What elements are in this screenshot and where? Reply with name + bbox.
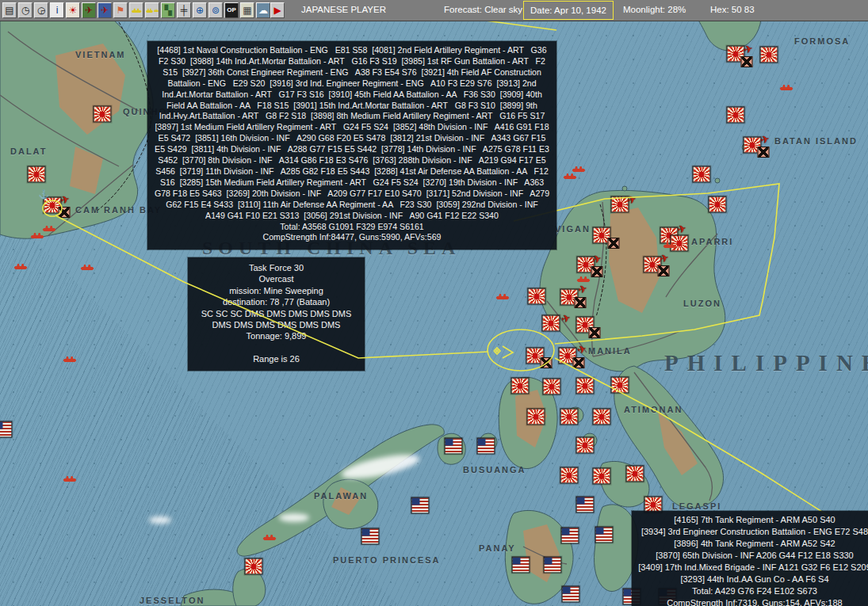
allied-unit-icon[interactable] xyxy=(544,557,562,574)
allied-unit-icon[interactable] xyxy=(445,438,463,455)
japanese-unit-icon[interactable] xyxy=(94,106,112,123)
airgroup-icon[interactable]: ✈ xyxy=(577,283,588,295)
japanese-unit-icon[interactable] xyxy=(593,409,611,425)
japanese-unit-icon[interactable] xyxy=(593,468,611,485)
japanese-unit-icon[interactable] xyxy=(511,378,530,394)
japanese-unit-icon[interactable] xyxy=(527,409,545,425)
unit-stack-tooltip-bottom: [4165] 7th Tank Regiment - ARM A50 S40 [… xyxy=(632,511,868,606)
forecast-label: Forecast: Clear sky xyxy=(444,5,522,14)
airgroup-icon[interactable]: ✈ xyxy=(591,253,602,265)
taskforce-icon[interactable] xyxy=(145,2,159,18)
base-marker-icon[interactable] xyxy=(591,266,603,277)
world-zoom-icon[interactable]: ⊚ xyxy=(208,2,223,18)
base-marker-icon[interactable] xyxy=(658,265,670,276)
allied-unit-icon[interactable] xyxy=(561,528,579,544)
allied-unit-icon[interactable] xyxy=(595,527,614,543)
airgroup-icon[interactable]: ✈ xyxy=(626,193,637,205)
taskforce-ship-icon[interactable] xyxy=(496,293,510,299)
japanese-unit-icon[interactable] xyxy=(576,437,595,454)
ruler-icon[interactable]: ▦ xyxy=(240,2,254,18)
taskforce-ship-icon[interactable] xyxy=(577,276,591,282)
unit-list: [4165] 7th Tank Regiment - ARM A50 S40 [… xyxy=(637,514,868,585)
ship-icon[interactable] xyxy=(129,2,143,18)
info-icon[interactable]: i xyxy=(50,2,64,18)
allied-unit-icon[interactable] xyxy=(477,438,495,455)
task-force-tooltip[interactable]: Task Force 30 Overcast mission: Mine Swe… xyxy=(188,257,365,371)
task-force-tonnage: Tonnage: 9,899 xyxy=(191,330,361,341)
bomber-icon[interactable]: ✈ xyxy=(98,2,112,18)
airgroup-icon[interactable]: ✈ xyxy=(59,193,71,205)
airgroup-icon[interactable]: ✈ xyxy=(759,133,770,145)
taskforce-ship-icon[interactable] xyxy=(63,475,77,482)
time-icon[interactable]: ◷ xyxy=(18,2,33,18)
orders-icon[interactable]: ▤ xyxy=(2,2,17,18)
japanese-unit-icon[interactable] xyxy=(709,196,727,213)
stack-total: Total: A429 G76 F24 E102 S673 xyxy=(637,585,868,597)
japanese-unit-icon[interactable] xyxy=(611,377,629,394)
task-force-range: Range is 26 xyxy=(191,353,361,364)
weather-icon[interactable]: ☁ xyxy=(256,2,270,18)
airgroup-icon[interactable]: ✈ xyxy=(560,312,572,324)
taskforce-ship-icon[interactable] xyxy=(43,225,56,231)
op-button[interactable]: OP xyxy=(224,2,239,18)
allied-unit-icon[interactable] xyxy=(411,497,430,514)
flag-icon[interactable]: ⚑ xyxy=(113,2,128,18)
task-force-weather: Overcast xyxy=(191,273,361,284)
japan-flag-icon[interactable]: ☀ xyxy=(66,2,80,18)
taskforce-ship-icon[interactable] xyxy=(780,84,793,90)
turn-clock-icon[interactable]: ◶ xyxy=(34,2,48,18)
stack-total: Total: A3568 G1091 F329 E974 S6161 xyxy=(154,222,550,233)
japanese-unit-icon[interactable] xyxy=(542,315,560,332)
stack-compstrength: CompStrength Inf:7319, Guns:154, AFVs:18… xyxy=(637,597,868,606)
rail-icon[interactable]: ╪ xyxy=(177,2,191,18)
base-marker-icon[interactable] xyxy=(758,147,770,158)
japanese-unit-icon[interactable] xyxy=(760,47,778,63)
japanese-unit-icon[interactable] xyxy=(671,235,689,252)
stack-compstrength: CompStrength Inf:84477, Guns:5990, AFVs:… xyxy=(154,232,550,243)
airgroup-icon[interactable]: ✈ xyxy=(659,252,670,264)
unit-stack-tooltip-top: [4468] 1st Naval Construction Battalion … xyxy=(147,41,556,250)
japanese-unit-icon[interactable] xyxy=(693,166,711,183)
taskforce-ship-icon[interactable] xyxy=(263,534,277,540)
japanese-unit-icon[interactable] xyxy=(543,379,561,395)
japanese-unit-icon[interactable] xyxy=(626,466,644,482)
taskforce-ship-icon[interactable] xyxy=(63,356,77,362)
allied-unit-icon[interactable] xyxy=(0,421,13,438)
japanese-unit-icon[interactable] xyxy=(560,409,579,425)
globe-icon[interactable]: ⊕ xyxy=(193,2,207,18)
airgroup-icon[interactable]: ✈ xyxy=(676,223,687,234)
base-marker-icon[interactable] xyxy=(589,327,601,338)
japanese-unit-icon[interactable] xyxy=(528,288,546,305)
top-toolbar: ▤◷◶i☀✈✈⚑▚╪⊕⊚OP▦☁ ▶ JAPANESE PLAYER Forec… xyxy=(0,0,868,21)
base-marker-icon[interactable] xyxy=(608,238,620,249)
allied-unit-icon[interactable] xyxy=(576,497,595,513)
japanese-unit-icon[interactable] xyxy=(560,467,579,484)
base-marker-icon[interactable] xyxy=(741,56,753,67)
airgroup-icon[interactable]: ✈ xyxy=(743,43,754,55)
base-marker-icon[interactable] xyxy=(59,207,71,218)
base-marker-icon[interactable] xyxy=(575,297,587,308)
game-window: VIETNAMQUINHONDALATCAM RANH BAYVIGANAPAR… xyxy=(0,0,868,606)
taskforce-ship-icon[interactable] xyxy=(14,263,28,269)
base-marker-icon[interactable] xyxy=(573,357,585,368)
task-force-mission: mission: Mine Sweeping xyxy=(191,285,361,296)
allied-unit-icon[interactable] xyxy=(512,557,530,574)
unit-list: [4468] 1st Naval Construction Battalion … xyxy=(154,45,550,222)
taskforce-ship-icon[interactable] xyxy=(564,173,577,179)
japanese-unit-icon[interactable] xyxy=(245,558,263,575)
allied-unit-icon[interactable] xyxy=(361,528,380,545)
japanese-unit-icon[interactable] xyxy=(727,107,745,124)
taskforce-ship-icon[interactable] xyxy=(31,232,44,238)
airgroup-icon[interactable]: ✈ xyxy=(576,343,587,355)
allied-unit-icon[interactable] xyxy=(562,586,580,603)
fighter-icon[interactable]: ✈ xyxy=(82,2,96,18)
taskforce-ship-icon[interactable] xyxy=(572,166,586,172)
terrain-icon[interactable]: ▚ xyxy=(161,2,175,18)
toolbar-buttons: ▤◷◶i☀✈✈⚑▚╪⊕⊚OP▦☁ xyxy=(2,2,270,18)
base-marker-icon[interactable] xyxy=(541,357,553,368)
japanese-unit-icon[interactable] xyxy=(576,378,595,394)
japanese-unit-icon[interactable] xyxy=(28,166,46,183)
player-label: JAPANESE PLAYER xyxy=(301,5,386,14)
taskforce-ship-icon[interactable] xyxy=(81,264,94,270)
run-turn-button[interactable]: ▶ xyxy=(270,2,285,18)
